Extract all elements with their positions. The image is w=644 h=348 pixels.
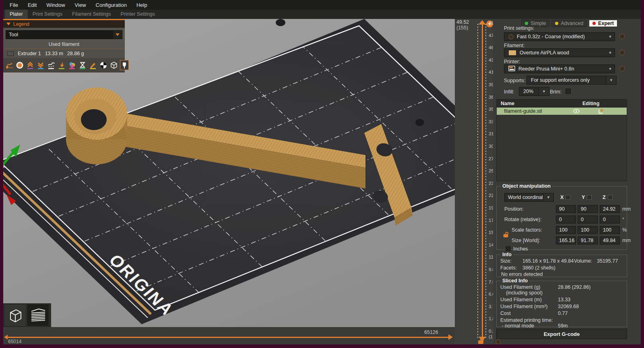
- printer-value: Reeder Prusa Mini+ 0.8n: [518, 66, 606, 72]
- supports-select[interactable]: For support enforcers only ▼: [526, 76, 617, 85]
- manip-input-y[interactable]: 90: [578, 205, 598, 213]
- manip-input-z[interactable]: 100: [600, 226, 620, 234]
- retractions-icon[interactable]: [26, 60, 35, 70]
- manip-input-y[interactable]: 100: [578, 226, 598, 234]
- scale-lock-icon[interactable]: [504, 232, 509, 238]
- toolhead-icon[interactable]: [120, 60, 129, 70]
- layers-icon: [30, 307, 47, 323]
- menu-file[interactable]: File: [6, 1, 22, 9]
- tool-changes-icon[interactable]: [57, 60, 66, 70]
- brim-label: Brim:: [550, 89, 561, 95]
- legend-title: Legend: [13, 21, 29, 27]
- color-changes-icon[interactable]: [68, 60, 76, 70]
- dropdown-arrow-icon: ▼: [606, 76, 616, 84]
- preview-view-button[interactable]: [27, 304, 49, 326]
- travel-moves-icon[interactable]: [5, 60, 14, 70]
- printer-select[interactable]: Reeder Prusa Mini+ 0.8n ▼: [504, 64, 615, 73]
- legend-view-value: Tool: [6, 32, 113, 37]
- mirror-y-button[interactable]: [587, 195, 592, 200]
- sliced-info-label: Used Filament (g): [500, 284, 540, 290]
- facets-label: Facets:: [500, 265, 517, 271]
- shells-icon[interactable]: [15, 60, 24, 70]
- tab-printer-settings[interactable]: Printer Settings: [116, 10, 160, 19]
- export-gcode-button[interactable]: Export G-code: [496, 329, 627, 339]
- move-slider-right-thumb[interactable]: [448, 334, 453, 340]
- print-settings-select[interactable]: Fast 0.32z - Coarse (modified) ▼: [504, 32, 615, 41]
- manip-input-y[interactable]: 91.78: [578, 236, 598, 244]
- infill-select[interactable]: 20% ▼: [519, 87, 549, 96]
- mode-advanced[interactable]: Advanced: [551, 20, 587, 27]
- tab-print-settings[interactable]: Print Settings: [28, 10, 67, 19]
- sliced-info-label: Estimated printing time:: [500, 317, 553, 323]
- extruder-row: Extruder 1 13.33 m 28.86 g: [3, 49, 125, 58]
- volume-label: Volume:: [574, 258, 592, 264]
- manip-input-z[interactable]: 0: [600, 215, 620, 224]
- layer-slider-top-thumb[interactable]: [479, 20, 486, 25]
- mode-switcher: SimpleAdvancedExpert: [521, 20, 617, 27]
- print-settings-gear-button[interactable]: [619, 33, 625, 39]
- inches-label: Inches: [513, 246, 528, 252]
- center-of-gravity-icon[interactable]: [99, 60, 108, 70]
- manip-input-z[interactable]: 49.84: [600, 236, 620, 244]
- tab-bar: PlaterPrint SettingsFilament SettingsPri…: [3, 10, 641, 19]
- menu-configuration[interactable]: Configuration: [92, 1, 131, 9]
- dropdown-arrow-icon: ▼: [606, 35, 615, 39]
- visibility-eye-icon[interactable]: [564, 109, 588, 114]
- object-manipulation-section: Object manipulation World coordinal ▼ X …: [496, 186, 627, 250]
- dropdown-arrow-icon[interactable]: [113, 31, 122, 39]
- sliced-info-label: - normal mode: [500, 323, 534, 329]
- sliced-info-label: Cost: [500, 311, 511, 316]
- brim-checkbox[interactable]: [566, 89, 571, 94]
- tab-plater[interactable]: Plater: [5, 10, 28, 19]
- filament-select[interactable]: Overture AirPLA wood ▼: [504, 48, 615, 57]
- manip-row-label: Position:: [504, 206, 524, 212]
- print-settings-icon: [508, 34, 514, 39]
- extruder-name: Extruder 1: [18, 51, 41, 56]
- manip-unit-label: mm: [622, 206, 631, 212]
- deretractions-icon[interactable]: [36, 60, 45, 70]
- print-settings-value: Fast 0.32z - Coarse (modified): [517, 34, 606, 39]
- manip-row-label: Rotate (relative):: [504, 217, 541, 222]
- edit-object-icon[interactable]: [588, 109, 627, 114]
- mirror-z-button[interactable]: [608, 195, 613, 200]
- tab-filament-settings[interactable]: Filament Settings: [67, 10, 116, 19]
- bounding-box-icon[interactable]: [109, 60, 118, 70]
- layer-lock-icon[interactable]: [478, 338, 484, 344]
- manip-input-x[interactable]: 100: [556, 226, 576, 234]
- manip-input-x[interactable]: 90: [556, 205, 576, 213]
- dropdown-arrow-icon: ▼: [543, 193, 553, 201]
- facets-value: 3860 (2 shells): [522, 265, 555, 271]
- manip-input-z[interactable]: 24.92: [600, 205, 620, 213]
- manip-input-x[interactable]: 0: [556, 215, 576, 224]
- manip-row-label: Scale factors:: [512, 227, 542, 233]
- pause-prints-icon[interactable]: [78, 60, 87, 70]
- viewport-3d[interactable]: ORIGINAL P: [3, 19, 455, 344]
- menu-help[interactable]: Help: [132, 1, 151, 9]
- legend-panel: Legend Tool Used filament Extruder 1 13.…: [3, 19, 125, 72]
- manip-input-y[interactable]: 0: [578, 215, 598, 224]
- object-name: filament-guide.stl: [497, 108, 564, 114]
- object-list[interactable]: Name Editing filament-guide.stl: [496, 99, 627, 181]
- legend-view-select[interactable]: Tool: [6, 30, 122, 39]
- menu-window[interactable]: Window: [42, 1, 69, 9]
- object-row[interactable]: filament-guide.stl: [497, 108, 627, 115]
- seams-icon[interactable]: [47, 60, 56, 70]
- filament-gear-button[interactable]: [619, 50, 625, 56]
- layer-slider-ticks-right: [485, 24, 486, 338]
- settings-revolver-icon[interactable]: [495, 339, 501, 344]
- filament-label: Filament:: [504, 43, 524, 48]
- manip-input-x[interactable]: 165.16: [556, 236, 576, 244]
- mode-expert[interactable]: Expert: [589, 20, 617, 27]
- layer-slider-track[interactable]: [482, 24, 483, 337]
- menu-view[interactable]: View: [71, 1, 90, 9]
- move-slider-track[interactable]: [7, 337, 449, 338]
- coordinate-system-select[interactable]: World coordinal ▼: [504, 193, 554, 202]
- filament-value: Overture AirPLA wood: [520, 50, 606, 56]
- printer-gear-button[interactable]: [619, 66, 625, 72]
- inches-checkbox[interactable]: [506, 246, 511, 251]
- editor-view-button[interactable]: [4, 304, 26, 326]
- custom-gcode-icon[interactable]: [89, 60, 97, 70]
- legend-header[interactable]: Legend: [3, 20, 125, 28]
- mirror-x-button[interactable]: [566, 195, 570, 200]
- menu-edit[interactable]: Edit: [24, 1, 41, 9]
